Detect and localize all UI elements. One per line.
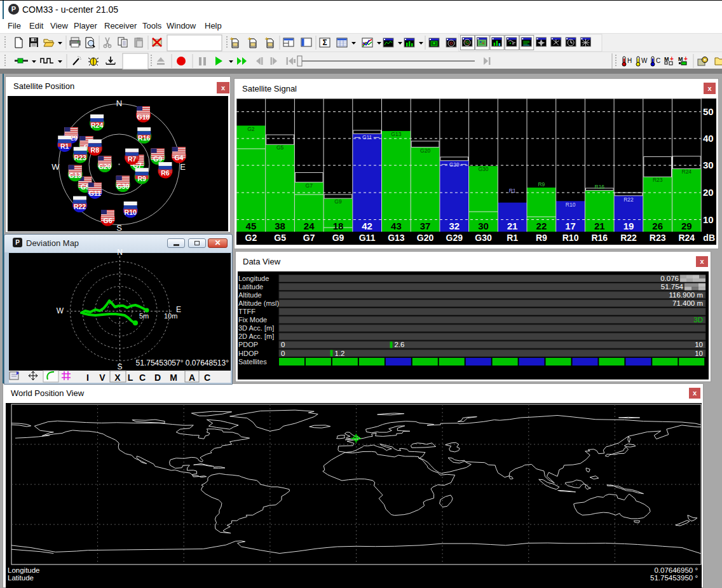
svg-text:Σ: Σ	[322, 38, 327, 47]
svg-text:C: C	[656, 57, 660, 64]
svg-text:W: W	[641, 57, 648, 64]
svg-text:+: +	[670, 55, 674, 62]
svg-text:+: +	[684, 55, 688, 62]
svg-text:H: H	[627, 57, 632, 64]
